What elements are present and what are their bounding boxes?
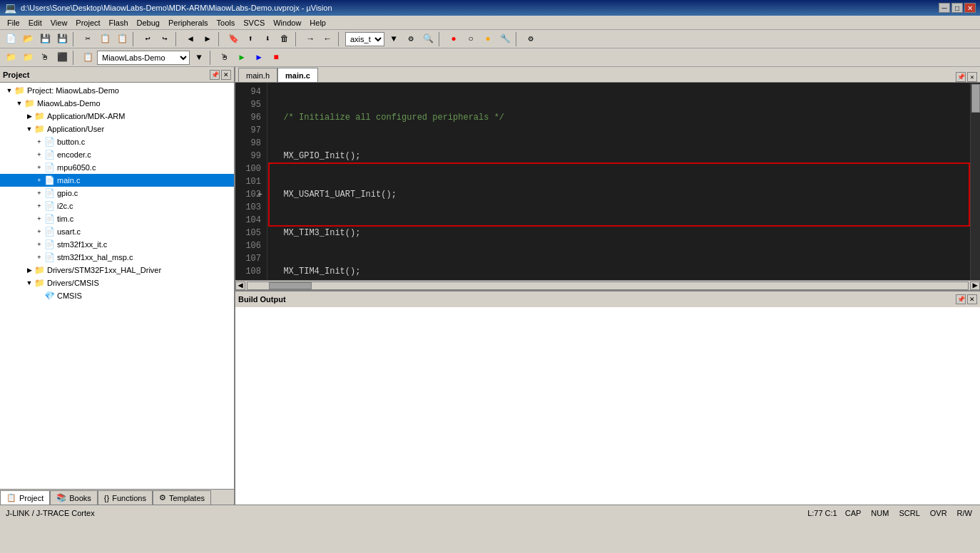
expand-project-root[interactable]: ▼ [4,87,14,94]
code-content[interactable]: /* Initialize all configured peripherals… [267,83,970,280]
menu-peripherals[interactable]: Peripherals [164,17,213,29]
hscroll-thumb[interactable] [269,282,312,289]
copy-button[interactable]: 📋 [97,31,113,47]
config-btn[interactable]: 📋 [80,50,96,66]
redo-button[interactable]: ↪ [157,31,173,47]
project-combo[interactable]: MiaowLabs-Demo [97,51,190,65]
panel-controls[interactable]: 📌 ✕ [210,70,231,80]
menu-edit[interactable]: Edit [24,17,46,29]
tree-item-drivers-cmsis[interactable]: ▼ 📁 Drivers/CMSIS [0,276,234,289]
tab-functions[interactable]: {} Functions [98,490,153,505]
project-btn[interactable]: 📁 [3,50,19,66]
build-button2[interactable]: ● [480,31,496,47]
hscroll-track[interactable] [247,281,969,290]
build-run-button[interactable]: ● [446,31,461,47]
tree-item-main[interactable]: + 📄 main.c [0,174,234,187]
expand-stm32it[interactable]: + [34,241,44,248]
component-btn[interactable]: ⬛ [54,50,70,66]
panel-pin-button[interactable]: 📌 [210,70,220,80]
tree-item-project-root[interactable]: ▼ 📁 Project: MiaowLabs-Demo [0,84,234,97]
new-file-button[interactable]: 📄 [3,31,19,47]
tree-item-hal-driver[interactable]: ▶ 📁 Drivers/STM32F1xx_HAL_Driver [0,264,234,276]
editor-tab-controls[interactable]: 📌 ✕ [956,72,980,82]
code-area[interactable]: 94 95 96 97 98 99 100 101 102 ▶ 103 104 … [235,83,980,280]
expand-miaowlabs[interactable]: ▼ [14,100,24,107]
open-file-button[interactable]: 📂 [20,31,36,47]
bookmark-clear[interactable]: 🗑 [277,31,292,47]
expand-button[interactable]: + [34,138,44,145]
undo-button[interactable]: ↩ [140,31,155,47]
tree-item-mdk-arm[interactable]: ▶ 📁 Application/MDK-ARM [0,110,234,123]
save-button[interactable]: 💾 [37,31,53,47]
project-build-btn[interactable]: ▶ [234,50,250,66]
expand-hal-driver[interactable]: ▶ [24,267,34,274]
horizontal-scrollbar[interactable]: ◀ ▶ [235,280,980,290]
search-button[interactable]: 🔍 [420,31,436,47]
expand-mpu6050[interactable]: + [34,164,44,171]
target-combo[interactable]: axis_t [345,32,384,46]
tree-item-stm32it[interactable]: + 📄 stm32f1xx_it.c [0,238,234,251]
menu-help[interactable]: Help [305,17,330,29]
build-output-controls[interactable]: 📌 ✕ [956,294,977,304]
tree-item-miaowlabs[interactable]: ▼ 📁 MiaowLabs-Demo [0,97,234,110]
tab-books[interactable]: 📚 Books [50,490,98,505]
panel-close-button[interactable]: ✕ [221,70,231,80]
bottom-tabs[interactable]: 📋 Project 📚 Books {} Functions ⚙ Templat… [0,489,234,505]
expand-drivers-cmsis[interactable]: ▼ [24,279,34,286]
code-scrollbar[interactable] [970,83,980,280]
paste-button[interactable]: 📋 [114,31,130,47]
bookmark-button[interactable]: 🔖 [225,31,241,47]
indent-button[interactable]: → [302,31,318,47]
tab-templates[interactable]: ⚙ Templates [153,490,211,505]
expand-usart[interactable]: + [34,228,44,235]
menu-flash[interactable]: Flash [105,17,133,29]
titlebar-controls[interactable]: ─ □ ✕ [939,3,976,13]
select-btn[interactable]: 🖱 [37,50,53,66]
build-button3[interactable]: 🔧 [497,31,513,47]
tree-item-button[interactable]: + 📄 button.c [0,135,234,148]
tree-item-usart[interactable]: + 📄 usart.c [0,225,234,238]
tree-item-stm32msp[interactable]: + 📄 stm32f1xx_hal_msp.c [0,251,234,264]
expand-encoder[interactable]: + [34,151,44,158]
multiproject-btn[interactable]: 📁 [20,50,36,66]
editor-tab-mainc[interactable]: main.c [277,68,318,82]
expand-app-user[interactable]: ▼ [24,125,34,133]
build-output-pin-btn[interactable]: 📌 [956,294,966,304]
tree-item-tim[interactable]: + 📄 tim.c [0,212,234,225]
tree-item-gpio[interactable]: + 📄 gpio.c [0,187,234,200]
target-manage[interactable]: ⚙ [403,31,419,47]
nav-back-button[interactable]: ◀ [183,31,198,47]
build-stop-button[interactable]: ○ [463,31,479,47]
tree-item-mpu6050[interactable]: + 📄 mpu6050.c [0,161,234,174]
menu-svcs[interactable]: SVCS [239,17,269,29]
tree-item-app-user[interactable]: ▼ 📁 Application/User [0,123,234,135]
expand-main[interactable]: + [34,177,44,184]
editor-tab-mainh[interactable]: main.h [238,68,277,82]
vscroll-thumb[interactable] [971,84,980,113]
tree-item-encoder[interactable]: + 📄 encoder.c [0,148,234,161]
expand-stm32msp[interactable]: + [34,254,44,261]
project-stop-btn[interactable]: ■ [268,50,284,66]
minimize-button[interactable]: ─ [939,3,950,13]
save-all-button[interactable]: 💾 [54,31,70,47]
editor-tabs[interactable]: main.h main.c 📌 ✕ [235,67,980,83]
menu-debug[interactable]: Debug [133,17,164,29]
build-output-close-btn[interactable]: ✕ [967,294,977,304]
tab-project[interactable]: 📋 Project [0,490,50,505]
project-combo-btn[interactable]: ▼ [191,50,207,66]
hscroll-left-btn[interactable]: ◀ [235,281,245,290]
bookmark-prev[interactable]: ⬆ [243,31,258,47]
menu-project[interactable]: Project [71,17,104,29]
project-tree[interactable]: ▼ 📁 Project: MiaowLabs-Demo ▼ 📁 MiaowLab… [0,83,234,489]
tree-item-i2c[interactable]: + 📄 i2c.c [0,200,234,212]
target-options[interactable]: ▼ [386,31,402,47]
close-button[interactable]: ✕ [964,3,976,13]
outdent-button[interactable]: ← [320,31,335,47]
menu-window[interactable]: Window [269,17,305,29]
menu-file[interactable]: File [3,17,24,29]
maximize-button[interactable]: □ [951,3,963,13]
project-build2-btn[interactable]: ▶ [251,50,267,66]
nav-forward-button[interactable]: ▶ [200,31,215,47]
cut-button[interactable]: ✂ [80,31,96,47]
tree-item-cmsis[interactable]: 💎 CMSIS [0,289,234,302]
